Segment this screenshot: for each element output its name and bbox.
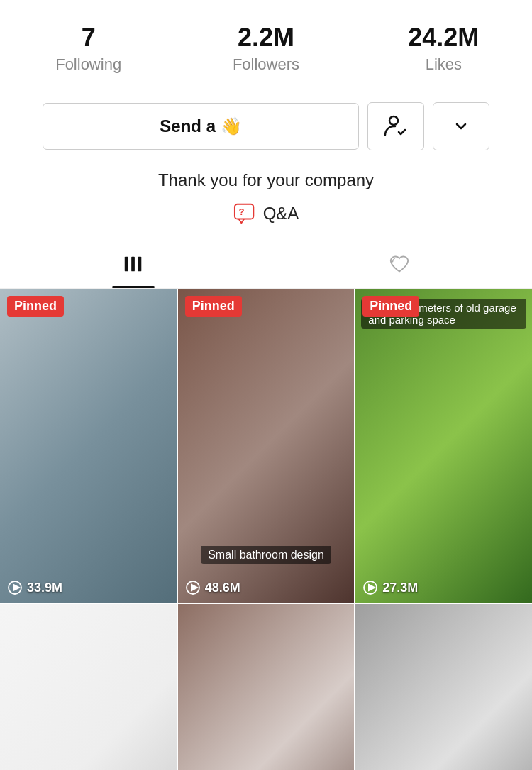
chevron-down-icon <box>453 118 470 135</box>
video-stats: 33.9M <box>7 580 62 595</box>
stat-following[interactable]: 7 Following <box>0 17 177 79</box>
following-value: 7 <box>11 23 165 53</box>
video-caption: Small bathroom design <box>178 543 355 567</box>
svg-rect-3 <box>124 257 128 272</box>
stat-likes[interactable]: 24.2M Likes <box>355 17 532 79</box>
followers-label: Followers <box>189 55 343 74</box>
tabs-row <box>0 240 532 289</box>
video-grid: Pinned 33.9M PinnedSmall bathroom design… <box>0 289 532 770</box>
svg-point-0 <box>389 116 398 125</box>
tab-liked[interactable] <box>266 240 532 288</box>
pinned-badge: Pinned <box>7 296 64 317</box>
person-check-icon <box>383 114 409 139</box>
followers-value: 2.2M <box>189 23 343 53</box>
video-cell[interactable]: PinnedSmall bathroom design 48.6M <box>178 289 355 603</box>
stat-followers[interactable]: 2.2M Followers <box>177 17 354 79</box>
svg-marker-9 <box>192 585 197 590</box>
bio-text: Thank you for your company <box>0 162 532 196</box>
play-icon <box>185 580 201 595</box>
video-stats: 27.3M <box>362 580 418 595</box>
send-button[interactable]: Send a 👋 <box>43 103 359 150</box>
view-count: 27.3M <box>382 581 418 595</box>
heart-icon <box>388 253 411 275</box>
svg-rect-4 <box>131 257 135 272</box>
view-count: 33.9M <box>27 581 62 595</box>
qa-label: Q&A <box>263 204 299 224</box>
likes-value: 24.2M <box>367 23 521 53</box>
play-icon <box>7 580 23 595</box>
stats-row: 7 Following 2.2M Followers 24.2M Likes <box>0 0 532 91</box>
video-cell[interactable]: Pinned 33.9M <box>0 289 177 603</box>
play-icon <box>362 580 378 595</box>
video-cell[interactable]: Pinned50 square meters of old garage and… <box>355 289 532 603</box>
svg-marker-7 <box>13 585 19 590</box>
video-stats: 48.6M <box>185 580 240 595</box>
video-cell[interactable]: 49.7K <box>0 604 177 770</box>
following-label: Following <box>11 55 165 74</box>
dropdown-button[interactable] <box>433 102 489 150</box>
video-cell[interactable]: Share living room design <box>178 604 355 770</box>
follow-button[interactable] <box>367 102 424 150</box>
pinned-badge: Pinned <box>362 296 419 317</box>
action-row: Send a 👋 <box>0 91 532 162</box>
grid-icon <box>122 253 145 275</box>
view-count: 48.6M <box>205 581 240 595</box>
pinned-badge: Pinned <box>185 296 242 317</box>
svg-rect-5 <box>138 257 141 272</box>
qa-row[interactable]: ? Q&A <box>0 196 532 240</box>
tab-grid[interactable] <box>0 240 266 288</box>
svg-text:?: ? <box>238 207 244 217</box>
video-cell[interactable]: 7430 weijingchuhai.com <box>355 604 532 770</box>
likes-label: Likes <box>367 55 521 74</box>
svg-marker-11 <box>369 585 375 590</box>
qa-icon: ? <box>233 202 257 226</box>
